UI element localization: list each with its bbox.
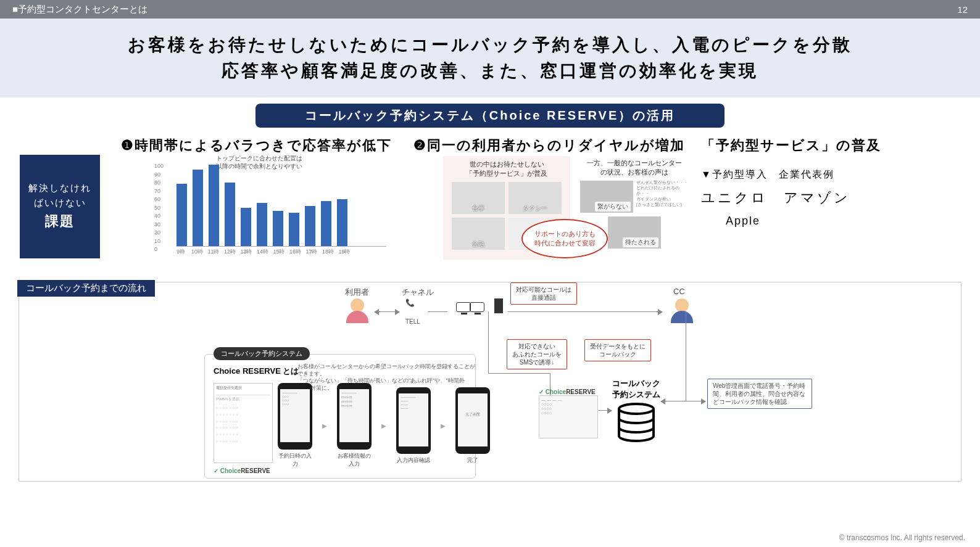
- bar: [193, 170, 203, 246]
- cc-icon: [668, 297, 696, 324]
- r3-sub: ▼予約型導入 企業代表例: [701, 168, 979, 181]
- bar: [321, 201, 331, 246]
- user-icon: [344, 297, 371, 324]
- phone-step-4: 完了画面完了: [455, 387, 490, 464]
- phone-steps: ――――○○○○○○○○○予約日時の入力 ▶ ――――▭▭▭▭▭▭▭▭▭お客様情…: [278, 383, 490, 468]
- flow-diagram: コールバック予約までの流れ 利用者 チャネル 📞 TELL CC 対応可能なコー…: [19, 282, 961, 482]
- problem1-title: ❶時間帯によるバラつきで応答率が低下: [121, 136, 392, 155]
- flow-label: コールバック予約までの流れ: [17, 280, 155, 297]
- system-pill: コールバック予約システム（Choice RESERVE）の活用: [255, 104, 725, 128]
- challenge-box: 解決しなけれ ばいけない 課題: [20, 155, 100, 258]
- phone-step-3: ――――――――――入力内容確認: [396, 387, 431, 464]
- admin-screen: 電話受付先選択 PWB/Nを選択 ○ ○ ○ ○ ○ ○ ○○ ○ ○ ○ ○ …: [214, 383, 273, 463]
- bar-chart: トップピークに合わせた配置は 以降の時間で余剰となりやすい 1009080706…: [154, 157, 395, 259]
- line-cc-down: [686, 311, 686, 401]
- x-axis-labels: 9時10時11時12時13時14時15時16時17時18時19時: [174, 248, 351, 256]
- bar: [337, 199, 347, 246]
- r3-companies: ユニクロ アマゾン: [701, 189, 979, 207]
- hero: お客様をお待たせしないためにコールバック予約を導入し、入電のピークを分散 応答率…: [0, 19, 980, 97]
- bar: [209, 165, 219, 246]
- callout-callback: 受付データをもとにコールバック: [584, 339, 651, 361]
- line-to-cc: [508, 311, 662, 312]
- img-wait: 待たされる: [608, 216, 661, 249]
- callout-circle: サポートのあり方も時代に合わせて変容: [521, 219, 608, 258]
- bar: [241, 208, 251, 246]
- bar: [273, 211, 283, 246]
- callout-overflow: 対応できないあふれたコールをSMSで誘導↓: [507, 339, 567, 369]
- box-icon: [494, 298, 503, 315]
- y-axis-labels: 1009080706050403020100: [154, 162, 164, 254]
- bar: [176, 184, 187, 246]
- bar: [225, 183, 235, 246]
- mid-section: 解決しなけれ ばいけない 課題 ❶時間帯によるバラつきで応答率が低下 トップピー…: [0, 136, 980, 278]
- img-food: 食事: [452, 182, 505, 214]
- top-bar: ■予約型コンタクトセンターとは 12: [0, 0, 980, 19]
- step-arrow-icon: ▶: [381, 422, 386, 429]
- img-noconnect: 繋がらない: [580, 181, 633, 213]
- choice-reserve-logo: ✓ ChoiceRESERVE: [214, 467, 270, 474]
- bar: [305, 206, 315, 246]
- chbox-tab: コールバック予約システム: [214, 347, 310, 360]
- bar: [289, 213, 299, 246]
- phone-step-1: ――――○○○○○○○○○予約日時の入力: [278, 383, 312, 468]
- choice-reserve-mini: ✓ ChoiceRESERVE ― ― ― ―○○○○○○○○○○○○: [539, 389, 600, 438]
- bars-container: [176, 163, 386, 247]
- admin-mini-screen: ― ― ― ―○○○○○○○○○○○○: [539, 395, 598, 438]
- line-phone-tv: [428, 311, 447, 312]
- chbox-lead: Choice RESERVE とは: [214, 366, 299, 377]
- tv-icon: [456, 302, 484, 314]
- bar: [257, 203, 267, 246]
- footer-copyright: © transcosmos inc. All rights reserved.: [839, 533, 965, 542]
- database-icon: コールバック予約システム: [612, 378, 661, 444]
- step-arrow-icon: ▶: [322, 422, 327, 429]
- svg-point-0: [619, 404, 654, 414]
- hero-title: お客様をお待たせしないためにコールバック予約を導入し、入電のピークを分散 応答率…: [0, 32, 980, 84]
- step-arrow-icon: ▶: [441, 422, 446, 429]
- problem2-title: ❷同一の利用者からのリダイヤルが増加: [413, 136, 685, 155]
- line-db-cc: [661, 401, 687, 401]
- line-to-db-h1: [488, 373, 550, 374]
- right-column: 「予約型サービス」の普及 ▼予約型導入 企業代表例 ユニクロ アマゾン Appl…: [701, 136, 979, 228]
- line-cc-admin: [687, 401, 705, 401]
- choice-reserve-box: コールバック予約システム Choice RESERVE とは お客様がコールセン…: [204, 354, 476, 479]
- line-tv-down: [488, 311, 489, 373]
- callout-direct: 対応可能なコールは直接通話: [510, 282, 577, 305]
- r3-title: 「予約型サービス」の普及: [701, 136, 979, 155]
- topbar-title: ■予約型コンタクトセンターとは: [12, 4, 147, 15]
- img-finance: 金融: [452, 218, 505, 250]
- r3-apple: Apple: [726, 215, 979, 228]
- page-number: 12: [957, 4, 968, 15]
- phone-icon: 📞: [405, 298, 415, 307]
- line-user-phone: [375, 311, 399, 312]
- img-taxi: タクシー: [509, 182, 562, 214]
- callout-admin: Web管理画面で電話番号・予約時間、利用者の属性、問合せ内容などコールバック情報…: [707, 379, 812, 409]
- phone-step-2: ――――▭▭▭▭▭▭▭▭▭お客様情報の入力: [337, 383, 372, 468]
